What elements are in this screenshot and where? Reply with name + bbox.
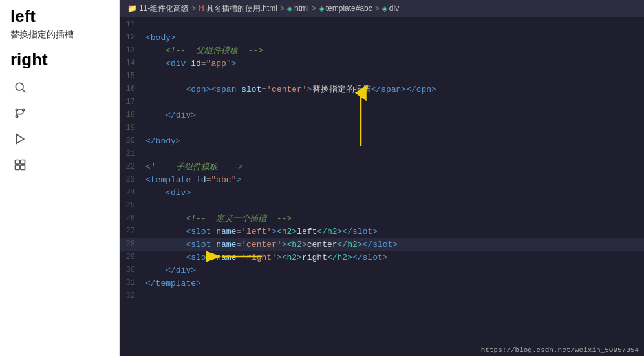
- breadcrumb-template: ◈ template#abc: [319, 4, 372, 13]
- line-number: 24: [120, 188, 143, 197]
- breadcrumb-folder: 📁 11-组件化高级: [127, 3, 189, 14]
- line-number: 26: [120, 214, 143, 223]
- code-line: 19: [120, 121, 644, 134]
- code-editor[interactable]: 1112<body>13 <!-- 父组件模板 -->14 <div id="a…: [120, 17, 644, 356]
- line-number: 16: [120, 85, 143, 94]
- svg-marker-5: [16, 134, 24, 144]
- template-icon: ◈: [319, 5, 324, 13]
- code-line: 27 <slot name='left'><h2>left</h2></slot…: [120, 225, 644, 238]
- svg-point-4: [16, 115, 17, 117]
- breadcrumb-html: ◈ html: [287, 4, 309, 13]
- line-number: 31: [120, 278, 143, 288]
- breadcrumb-div: ◈ div: [382, 4, 399, 13]
- preview-sub-text: 替换指定的插槽: [10, 29, 109, 41]
- line-content: </div>: [143, 110, 644, 120]
- svg-rect-6: [16, 160, 20, 165]
- code-line: 22<!-- 子组件模板 -->: [120, 160, 644, 173]
- line-number: 12: [120, 33, 143, 42]
- breadcrumb-sep-2: >: [280, 4, 284, 13]
- line-number: 29: [120, 253, 143, 262]
- line-content: <div>: [143, 188, 644, 198]
- preview-panel: left 替换指定的插槽 right: [0, 0, 120, 356]
- line-number: 20: [120, 136, 143, 145]
- line-number: 18: [120, 110, 143, 120]
- code-line: 14 <div id="app">: [120, 57, 644, 70]
- line-number: 28: [120, 240, 143, 249]
- line-content: <cpn><span slot='center'>替换指定的插槽</span><…: [143, 83, 644, 95]
- code-line: 26 <!-- 定义一个插槽 -->: [120, 212, 644, 225]
- code-line: 20</body>: [120, 134, 644, 147]
- code-line: 11: [120, 18, 644, 31]
- code-line: 28 <slot name='center'><h2>center</h2></…: [120, 238, 644, 251]
- svg-line-1: [23, 90, 26, 93]
- line-content: <div id="app">: [143, 59, 644, 68]
- search-icon[interactable]: [13, 80, 27, 94]
- line-number: 15: [120, 72, 143, 81]
- line-number: 30: [120, 266, 143, 275]
- line-number: 13: [120, 46, 143, 55]
- preview-right-text: right: [10, 50, 109, 70]
- code-line: 15: [120, 70, 644, 83]
- line-number: 17: [120, 98, 143, 107]
- code-line: 25: [120, 199, 644, 212]
- line-content: <slot name='right'><h2>right</h2></slot>: [143, 253, 644, 262]
- code-line: 12<body>: [120, 31, 644, 44]
- html-node-icon: ◈: [287, 5, 292, 13]
- code-line: 31</template>: [120, 277, 644, 289]
- code-line: 21: [120, 147, 644, 160]
- debug-icon[interactable]: [13, 132, 27, 146]
- line-number: 27: [120, 227, 143, 236]
- line-number: 21: [120, 149, 143, 158]
- code-line: 30 </div>: [120, 264, 644, 277]
- line-content: <!-- 子组件模板 -->: [143, 161, 644, 173]
- line-number: 32: [120, 291, 143, 300]
- div-icon: ◈: [382, 5, 387, 13]
- line-content: </div>: [143, 266, 644, 275]
- extensions-icon[interactable]: [13, 158, 27, 172]
- line-content: <!-- 父组件模板 -->: [143, 45, 644, 56]
- svg-rect-8: [16, 165, 20, 170]
- breadcrumb-sep-1: >: [191, 4, 196, 13]
- svg-point-0: [16, 83, 23, 90]
- breadcrumb-sep-4: >: [375, 4, 380, 13]
- git-icon[interactable]: [13, 106, 27, 120]
- url-bar: https://blog.csdn.net/weixin_50957354: [476, 344, 644, 356]
- breadcrumb-sep-3: >: [312, 4, 316, 13]
- line-content: <template id="abc">: [143, 175, 644, 185]
- breadcrumb: 📁 11-组件化高级 > H 具名插槽的使用.html > ◈ html > ◈…: [120, 0, 644, 17]
- code-line: 23<template id="abc">: [120, 173, 644, 186]
- line-number: 23: [120, 175, 143, 184]
- line-number: 22: [120, 162, 143, 171]
- editor-area: 📁 11-组件化高级 > H 具名插槽的使用.html > ◈ html > ◈…: [120, 0, 644, 356]
- code-line: 24 <div>: [120, 186, 644, 199]
- breadcrumb-file: H 具名插槽的使用.html: [199, 3, 277, 14]
- line-content: <slot name='center'><h2>center</h2></slo…: [143, 240, 644, 249]
- line-content: </body>: [143, 136, 644, 146]
- line-content: <!-- 定义一个插槽 -->: [143, 213, 644, 224]
- sidebar-icons: [10, 80, 109, 172]
- line-number: 11: [120, 20, 143, 29]
- code-line: 13 <!-- 父组件模板 -->: [120, 44, 644, 57]
- svg-point-2: [16, 109, 17, 110]
- code-line: 16 <cpn><span slot='center'>替换指定的插槽</spa…: [120, 83, 644, 96]
- code-line: 17: [120, 96, 644, 109]
- line-content: <body>: [143, 33, 644, 43]
- svg-rect-9: [21, 165, 25, 170]
- line-content: <slot name='left'><h2>left</h2></slot>: [143, 227, 644, 236]
- line-number: 25: [120, 201, 143, 210]
- code-line: 32: [120, 289, 644, 302]
- preview-left-text: left: [10, 6, 109, 26]
- code-line: 18 </div>: [120, 109, 644, 121]
- line-content: </template>: [143, 278, 644, 288]
- html-file-icon: H: [199, 4, 204, 13]
- folder-icon: 📁: [127, 4, 137, 13]
- line-number: 19: [120, 123, 143, 132]
- svg-rect-7: [21, 160, 25, 165]
- line-number: 14: [120, 59, 143, 68]
- code-line: 29 <slot name='right'><h2>right</h2></sl…: [120, 251, 644, 264]
